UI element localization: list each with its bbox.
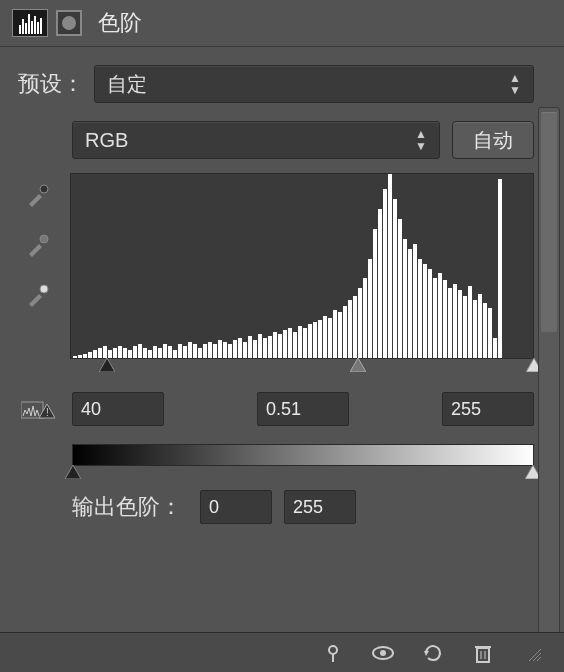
panel-title: 色阶 [98, 8, 142, 38]
gray-eyedropper-icon[interactable] [22, 229, 54, 261]
pin-icon[interactable] [320, 640, 346, 666]
preset-row: 预设： 自定 ▲▼ [18, 65, 534, 103]
svg-rect-16 [477, 648, 489, 662]
svg-marker-4 [350, 358, 366, 372]
midtone-slider-handle[interactable] [350, 358, 366, 372]
scrollbar[interactable] [538, 107, 560, 667]
mask-icon[interactable] [56, 10, 82, 36]
svg-point-0 [40, 185, 48, 193]
svg-marker-9 [65, 465, 81, 479]
shadow-slider-handle[interactable] [99, 358, 115, 372]
svg-point-1 [40, 235, 48, 243]
svg-point-14 [380, 650, 386, 656]
clip-warning-icon[interactable]: ! [18, 396, 58, 422]
svg-point-11 [329, 646, 337, 654]
svg-marker-15 [424, 651, 429, 656]
shadow-input[interactable] [72, 392, 164, 426]
eyedropper-tools [18, 173, 58, 372]
output-shadow-handle[interactable] [65, 465, 81, 479]
output-gradient [72, 444, 534, 466]
svg-marker-3 [99, 358, 115, 372]
preset-value: 自定 [107, 71, 147, 98]
levels-icon [12, 9, 48, 37]
chevron-updown-icon: ▲▼ [415, 128, 427, 152]
output-shadow-input[interactable] [200, 490, 272, 524]
trash-icon[interactable] [470, 640, 496, 666]
svg-point-2 [40, 285, 48, 293]
input-slider-track[interactable] [70, 358, 534, 372]
black-eyedropper-icon[interactable] [22, 179, 54, 211]
channel-row: RGB ▲▼ 自动 [72, 121, 534, 159]
reset-icon[interactable] [420, 640, 446, 666]
scrollbar-thumb[interactable] [541, 112, 557, 332]
white-eyedropper-icon[interactable] [22, 279, 54, 311]
svg-line-22 [537, 657, 541, 661]
channel-dropdown[interactable]: RGB ▲▼ [72, 121, 440, 159]
bottom-toolbar [0, 632, 564, 672]
corner-icon [520, 640, 546, 666]
highlight-input[interactable] [442, 392, 534, 426]
output-label: 输出色阶： [72, 492, 182, 522]
channel-value: RGB [85, 129, 128, 152]
svg-line-21 [533, 653, 541, 661]
visibility-icon[interactable] [370, 640, 396, 666]
panel-header: 色阶 [0, 0, 564, 47]
output-highlight-input[interactable] [284, 490, 356, 524]
midtone-input[interactable] [257, 392, 349, 426]
preset-dropdown[interactable]: 自定 ▲▼ [94, 65, 534, 103]
histogram [70, 173, 534, 359]
svg-text:!: ! [46, 407, 49, 418]
preset-label: 预设： [18, 69, 84, 99]
auto-button[interactable]: 自动 [452, 121, 534, 159]
output-row: 输出色阶： [72, 490, 534, 524]
chevron-updown-icon: ▲▼ [509, 72, 521, 96]
